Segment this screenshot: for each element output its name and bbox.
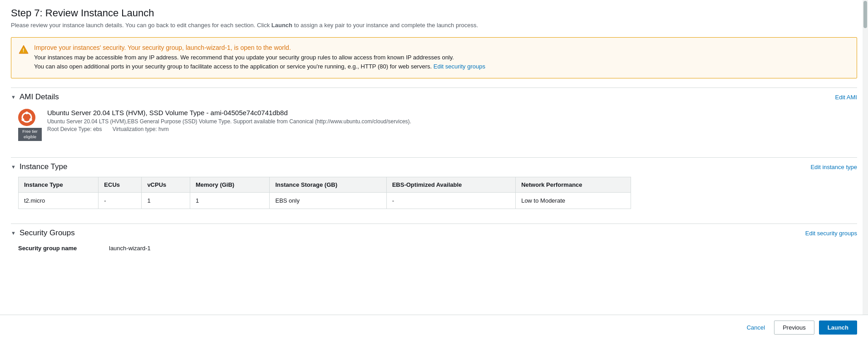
instance-type-section-title: Instance Type [20, 162, 68, 171]
instance-table-wrap: Instance Type ECUs vCPUs Memory (GiB) In… [11, 175, 857, 213]
table-cell: - [99, 193, 142, 209]
sg-row: Security group name launch-wizard-1 [18, 245, 857, 252]
security-groups-section: ▼ Security Groups Edit security groups S… [11, 223, 857, 257]
col-instance-type: Instance Type [19, 177, 99, 193]
security-groups-title-row: ▼ Security Groups [11, 228, 75, 238]
subtitle-bold: Launch [271, 22, 292, 29]
ami-section-header: ▼ AMI Details Edit AMI [11, 88, 857, 105]
ami-name: Ubuntu Server 20.04 LTS (HVM), SSD Volum… [47, 109, 411, 117]
warning-edit-sg-link[interactable]: Edit security groups [434, 63, 485, 70]
table-cell: - [386, 193, 515, 209]
warning-banner: ! Improve your instances' security. Your… [11, 37, 857, 79]
table-row: t2.micro-11EBS only-Low to Moderate [19, 193, 631, 209]
warning-title: Improve your instances' security. Your s… [34, 44, 485, 51]
svg-point-4 [30, 118, 32, 121]
ami-section-title: AMI Details [20, 92, 59, 102]
page-title: Step 7: Review Instance Launch [11, 7, 857, 19]
svg-point-5 [21, 118, 24, 121]
table-cell: 1 [142, 193, 190, 209]
edit-instance-type-link[interactable]: Edit instance type [810, 164, 857, 170]
cancel-button[interactable]: Cancel [742, 321, 769, 334]
warning-text: Your instances may be accessible from an… [34, 53, 485, 72]
security-groups-header: ▼ Security Groups Edit security groups [11, 224, 857, 241]
table-cell: 1 [190, 193, 270, 209]
previous-button[interactable]: Previous [774, 321, 814, 335]
ami-details-section: ▼ AMI Details Edit AMI Free tiereligib [11, 87, 857, 146]
edit-security-groups-link[interactable]: Edit security groups [805, 230, 857, 237]
subtitle-text: Please review your instance launch detai… [11, 22, 271, 29]
instance-type-title-row: ▼ Instance Type [11, 162, 67, 171]
col-network: Network Performance [516, 177, 631, 193]
col-memory: Memory (GiB) [190, 177, 270, 193]
instance-type-table: Instance Type ECUs vCPUs Memory (GiB) In… [18, 177, 631, 209]
security-groups-section-title: Security Groups [20, 228, 75, 238]
instance-table-header-row: Instance Type ECUs vCPUs Memory (GiB) In… [19, 177, 631, 193]
warning-content: Improve your instances' security. Your s… [34, 44, 485, 72]
ami-content: Free tiereligible Ubuntu Server 20.04 LT… [11, 105, 857, 146]
col-ecus: ECUs [99, 177, 142, 193]
launch-button[interactable]: Launch [819, 321, 857, 335]
ami-text: Ubuntu Server 20.04 LTS (HVM), SSD Volum… [47, 109, 411, 132]
ubuntu-icon [18, 109, 35, 126]
ami-meta: Root Device Type: ebs Virtualization typ… [47, 126, 411, 132]
table-cell: EBS only [270, 193, 386, 209]
svg-text:!: ! [23, 48, 25, 53]
ami-virt-type: Virtualization type: hvm [113, 126, 169, 132]
security-content: Security group name launch-wizard-1 [11, 241, 857, 257]
warning-line1: Your instances may be accessible from an… [34, 54, 454, 61]
ami-icon-wrap: Free tiereligible [18, 109, 42, 141]
col-vcpus: vCPUs [142, 177, 190, 193]
ami-chevron-icon: ▼ [11, 94, 16, 100]
scrollbar-thumb[interactable] [863, 1, 867, 28]
footer-bar: Cancel Previous Launch [0, 315, 868, 340]
free-tier-badge: Free tiereligible [18, 128, 42, 141]
svg-point-3 [25, 112, 28, 114]
ami-description: Ubuntu Server 20.04 LTS (HVM),EBS Genera… [47, 118, 411, 125]
scrollbar-area[interactable] [863, 0, 868, 340]
page-subtitle: Please review your instance launch detai… [11, 21, 857, 30]
table-cell: Low to Moderate [516, 193, 631, 209]
sg-name-value: launch-wizard-1 [109, 245, 151, 252]
instance-type-section: ▼ Instance Type Edit instance type Insta… [11, 157, 857, 213]
warning-icon: ! [19, 44, 29, 54]
instance-type-header: ▼ Instance Type Edit instance type [11, 158, 857, 175]
warning-line2: You can also open additional ports in yo… [34, 63, 432, 70]
table-cell: t2.micro [19, 193, 99, 209]
subtitle-end: to assign a key pair to your instance an… [292, 22, 478, 29]
instance-type-chevron-icon: ▼ [11, 164, 16, 170]
ami-title-row: ▼ AMI Details [11, 92, 59, 102]
sg-name-label: Security group name [18, 245, 100, 252]
col-storage: Instance Storage (GB) [270, 177, 386, 193]
security-groups-chevron-icon: ▼ [11, 230, 16, 236]
edit-ami-link[interactable]: Edit AMI [835, 94, 857, 101]
col-ebs-optimized: EBS-Optimized Available [386, 177, 515, 193]
ami-root-device: Root Device Type: ebs [47, 126, 102, 132]
